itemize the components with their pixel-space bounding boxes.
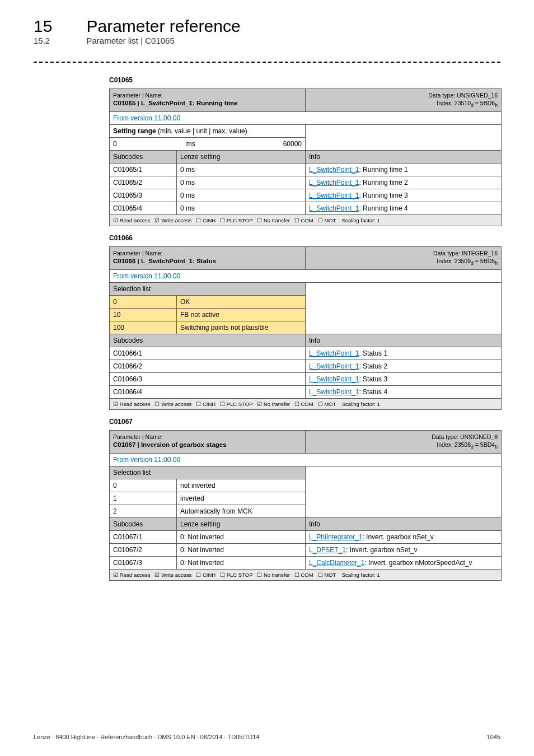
checkbox-icon: ☑ [154, 572, 160, 578]
version-link[interactable]: From version 11.00.00 [113, 114, 180, 122]
opt-text: not inverted [177, 479, 306, 492]
read-label: Read access [120, 217, 151, 223]
info-link[interactable]: L_SwitchPoint_1 [309, 388, 359, 396]
access-footer: ☑ Read access ☐ Write access ☐ CINH ☐ PL… [110, 399, 502, 410]
param-name: C01067 | Inversion of gearbox stages [113, 441, 227, 448]
notransfer-label: No transfer [264, 217, 290, 223]
setting-range-sub: (min. value | unit | max. value) [156, 127, 247, 135]
scaling-label: Scaling factor: 1 [342, 401, 380, 407]
info-cell: L_CalcDiameter_1: Invert. gearbox nMotor… [306, 557, 502, 570]
version-link[interactable]: From version 11.00.00 [113, 456, 180, 464]
checkbox-icon: ☐ [220, 217, 225, 223]
info-link[interactable]: L_DFSET_1 [309, 546, 346, 554]
info-cell: L_SwitchPoint_1: Running time 4 [306, 202, 502, 215]
lenze-header: Lenze setting [177, 518, 306, 531]
info-tail: : Status 4 [359, 388, 387, 396]
subcodes-header: Subcodes [110, 151, 177, 164]
table-row: C01066/1 L_SwitchPoint_1: Status 1 [110, 347, 502, 360]
info-cell: L_SwitchPoint_1: Status 4 [306, 386, 502, 399]
info-link[interactable]: L_SwitchPoint_1 [309, 362, 359, 370]
index-eq: = 5BD6 [474, 100, 495, 106]
table-row: C01065/3 0 ms L_SwitchPoint_1: Running t… [110, 189, 502, 202]
subcode: C01067/1 [110, 531, 177, 544]
table-row: C01067/2 0: Not inverted L_DFSET_1: Inve… [110, 544, 502, 557]
info-link[interactable]: L_SwitchPoint_1 [309, 375, 359, 383]
max-value: 60000 [238, 138, 305, 150]
table-c01066: Parameter | Name: C01066 | L_SwitchPoint… [109, 246, 502, 410]
page-header: 15 Parameter reference 15.2 Parameter li… [34, 17, 500, 46]
empty-cell [306, 125, 502, 151]
chapter-number: 15 [34, 17, 84, 36]
index-text: Index: 23510 [437, 100, 471, 106]
subcode: C01067/2 [110, 544, 177, 557]
table-row: C01067/3 0: Not inverted L_CalcDiameter_… [110, 557, 502, 570]
opt-text: Switching points not plausible [177, 321, 306, 334]
table-row: C01065/2 0 ms L_SwitchPoint_1: Running t… [110, 176, 502, 189]
mot-label: MOT [324, 572, 336, 578]
write-label: Write access [161, 572, 191, 578]
subcode: C01066/3 [110, 373, 306, 386]
param-name: C01066 | L_SwitchPoint_1: Status [113, 258, 216, 264]
lenze-value: 0: Not inverted [177, 544, 306, 557]
index-text: Index: 23508 [437, 441, 471, 448]
footer-left: Lenze · 8400 HighLine · Referenzhandbuch… [34, 734, 259, 740]
checkbox-icon: ☐ [257, 572, 262, 578]
info-link[interactable]: L_SwitchPoint_1 [309, 192, 359, 199]
opt-text: inverted [177, 492, 306, 505]
info-tail: : Status 3 [359, 375, 387, 383]
info-cell: L_DFSET_1: Invert. gearbox nSet_v [306, 544, 502, 557]
table-row: C01067/1 0: Not inverted L_PhiIntegrator… [110, 531, 502, 544]
access-footer: ☑ Read access ☑ Write access ☐ CINH ☐ PL… [110, 215, 502, 226]
data-type: Data type: UNSIGNED_8 [432, 433, 498, 440]
com-label: COM [301, 217, 313, 223]
info-tail: : Running time 2 [359, 179, 407, 186]
subcodes-header: Subcodes [110, 518, 177, 531]
param-name-cell: Parameter | Name: C01067 | Inversion of … [110, 431, 306, 454]
param-type-cell: Data type: INTEGER_16 Index: 23509d = 5B… [306, 247, 502, 270]
table-row: C01066/4 L_SwitchPoint_1: Status 4 [110, 386, 502, 399]
param-label: Parameter | Name: [113, 433, 163, 440]
info-tail: : Invert. gearbox nSet_v [346, 546, 417, 554]
subcode: C01065/4 [110, 202, 177, 215]
info-header: Info [306, 334, 502, 347]
lenze-header: Lenze setting [177, 151, 306, 164]
info-cell: L_SwitchPoint_1: Status 3 [306, 373, 502, 386]
info-tail: : Invert. gearbox nMotorSpeedAct_v [364, 559, 472, 567]
info-link[interactable]: L_SwitchPoint_1 [309, 349, 359, 357]
opt-num: 1 [110, 492, 177, 505]
info-tail: : Running time 3 [359, 192, 407, 199]
checkbox-icon: ☑ [257, 401, 262, 407]
lenze-value: 0 ms [177, 176, 306, 189]
page-footer: Lenze · 8400 HighLine · Referenzhandbuch… [34, 734, 500, 740]
info-link[interactable]: L_SwitchPoint_1 [309, 166, 359, 174]
checkbox-icon: ☐ [294, 401, 299, 407]
info-link[interactable]: L_CalcDiameter_1 [309, 559, 364, 567]
section-number: 15.2 [34, 36, 84, 45]
subcode: C01065/3 [110, 189, 177, 202]
checkbox-icon: ☐ [196, 217, 201, 223]
param-name-cell: Parameter | Name: C01066 | L_SwitchPoint… [110, 247, 306, 270]
info-cell: L_SwitchPoint_1: Running time 2 [306, 176, 502, 189]
info-cell: L_SwitchPoint_1: Status 2 [306, 360, 502, 373]
info-link[interactable]: L_SwitchPoint_1 [309, 179, 359, 186]
data-type: Data type: INTEGER_16 [433, 250, 498, 256]
param-type-cell: Data type: UNSIGNED_8 Index: 23508d = 5B… [306, 431, 502, 454]
info-link[interactable]: L_SwitchPoint_1 [309, 204, 359, 212]
index-h: h [495, 444, 498, 450]
min-value: 0 [110, 138, 143, 150]
subcode: C01065/2 [110, 176, 177, 189]
info-header: Info [306, 151, 502, 164]
info-tail: : Status 1 [359, 349, 387, 357]
index-eq: = 5BD4 [474, 441, 495, 448]
version-row: From version 11.00.00 [110, 270, 502, 283]
checkbox-icon: ☐ [318, 572, 323, 578]
empty-cell [306, 466, 502, 518]
lenze-value: 0 ms [177, 189, 306, 202]
plc-label: PLC STOP [227, 572, 253, 578]
checkbox-icon: ☐ [318, 217, 323, 223]
version-link[interactable]: From version 11.00.00 [113, 272, 180, 280]
anchor-c01065: C01065 [109, 76, 500, 84]
info-link[interactable]: L_PhiIntegrator_1 [309, 533, 362, 541]
checkbox-icon: ☑ [113, 572, 118, 578]
com-label: COM [301, 401, 313, 407]
